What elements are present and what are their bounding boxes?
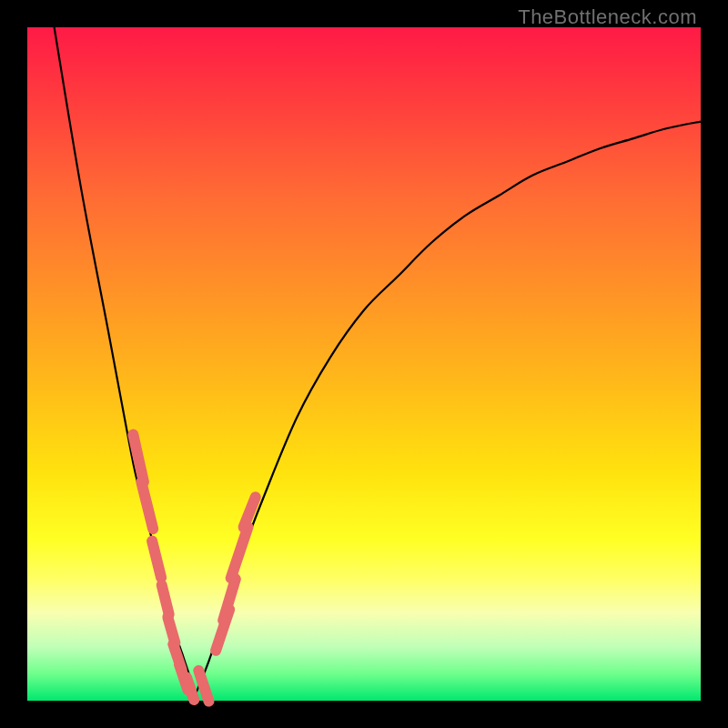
data-marker: [231, 527, 248, 578]
watermark-text: TheBottleneck.com: [518, 5, 697, 29]
data-marker: [198, 671, 208, 702]
data-marker: [152, 541, 161, 578]
curve-right: [196, 122, 701, 694]
chart-frame: TheBottleneck.com: [0, 0, 728, 728]
data-marker: [162, 585, 169, 614]
data-marker: [187, 677, 194, 700]
data-markers: [133, 435, 255, 702]
chart-svg: [27, 27, 701, 701]
curve-left: [55, 27, 196, 694]
plot-area: [27, 27, 701, 701]
data-marker: [141, 482, 153, 530]
data-marker: [133, 435, 144, 482]
data-marker: [223, 579, 236, 620]
